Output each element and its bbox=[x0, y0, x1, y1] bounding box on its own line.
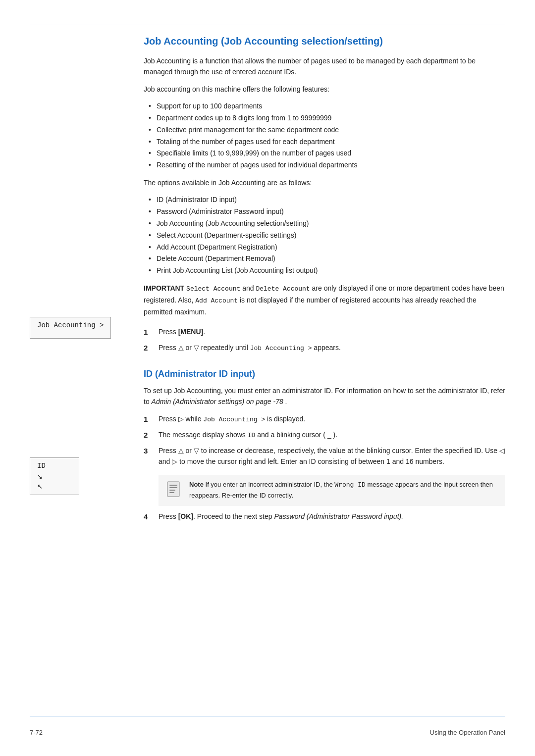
step-2-text: Press △ or ▽ repeatedly until Job Accoun… bbox=[159, 342, 341, 354]
list-item: Add Account (Department Registration) bbox=[149, 242, 505, 253]
step-1: 1 Press [MENU]. bbox=[144, 326, 505, 338]
step-2-num: 2 bbox=[144, 342, 154, 354]
id-step-1: 1 Press ▷ while Job Accounting > is disp… bbox=[144, 413, 505, 425]
page-container: Job Accounting > ID ↘ ↖ Job Accounting (… bbox=[0, 0, 535, 580]
important-label: IMPORTANT bbox=[144, 284, 184, 292]
bottom-rule bbox=[30, 716, 505, 716]
id-step-2: 2 The message display shows ID and a bli… bbox=[144, 429, 505, 441]
lcd-display-box: Job Accounting > bbox=[30, 317, 111, 339]
note-mono: Wrong ID bbox=[334, 481, 365, 489]
list-item: Totaling of the number of pages used for… bbox=[149, 136, 505, 148]
list-item: Specifiable limits (1 to 9,999,999) on t… bbox=[149, 148, 505, 159]
step-2: 2 Press △ or ▽ repeatedly until Job Acco… bbox=[144, 342, 505, 354]
id-step-3-num: 3 bbox=[144, 445, 154, 457]
important-mono-2: Delete Account bbox=[256, 285, 310, 293]
note-text-before: If you enter an incorrect administrator … bbox=[206, 481, 335, 488]
id-step-4-list: 4 Press [OK]. Proceed to the next step P… bbox=[144, 511, 505, 523]
id-intro-text-2: . bbox=[285, 398, 287, 405]
list-item: Support for up to 100 departments bbox=[149, 101, 505, 112]
id-step-4-text: Press [OK]. Proceed to the next step Pas… bbox=[159, 511, 403, 522]
id-display-box: ID ↘ ↖ bbox=[30, 457, 79, 495]
lcd-text: Job Accounting > bbox=[37, 321, 104, 329]
list-item: Job Accounting (Job Accounting selection… bbox=[149, 218, 505, 230]
id-steps: 1 Press ▷ while Job Accounting > is disp… bbox=[144, 413, 505, 467]
page-title: Job Accounting (Job Accounting selection… bbox=[144, 35, 505, 48]
important-block: IMPORTANT Select Account and Delete Acco… bbox=[144, 283, 505, 317]
list-item: Password (Administrator Password input) bbox=[149, 206, 505, 218]
right-column: Job Accounting (Job Accounting selection… bbox=[144, 35, 505, 531]
list-item: Department codes up to 8 digits long fro… bbox=[149, 112, 505, 124]
id-intro-italic: Admin (Administrator settings) on page -… bbox=[152, 398, 283, 405]
important-mono-3: Add Account bbox=[195, 297, 238, 304]
id-step-2-num: 2 bbox=[144, 429, 154, 441]
id-display-text: ID bbox=[37, 462, 72, 470]
arrow-up-icon: ↖ bbox=[37, 482, 43, 491]
id-step-4-num: 4 bbox=[144, 511, 154, 523]
id-step-2-text: The message display shows ID and a blink… bbox=[159, 429, 337, 441]
footer-left: 7-72 bbox=[30, 729, 43, 736]
id-intro: To set up Job Accounting, you must enter… bbox=[144, 385, 505, 407]
top-rule bbox=[30, 24, 505, 24]
note-text: Note If you enter an incorrect administr… bbox=[189, 480, 498, 501]
list-item: Delete Account (Department Removal) bbox=[149, 253, 505, 265]
footer: 7-72 Using the Operation Panel bbox=[30, 729, 505, 736]
note-label: Note bbox=[189, 481, 204, 488]
features-list: Support for up to 100 departments Depart… bbox=[144, 101, 505, 171]
id-step-3: 3 Press △ or ▽ to increase or decrease, … bbox=[144, 445, 505, 467]
intro-paragraph-1: Job Accounting is a function that allows… bbox=[144, 55, 505, 78]
id-step-1-num: 1 bbox=[144, 413, 154, 425]
svg-rect-0 bbox=[167, 482, 179, 497]
list-item: Select Account (Department-specific sett… bbox=[149, 230, 505, 242]
id-step-1-text: Press ▷ while Job Accounting > is displa… bbox=[159, 413, 305, 425]
note-box: Note If you enter an incorrect administr… bbox=[159, 475, 505, 506]
list-item: Print Job Accounting List (Job Accountin… bbox=[149, 265, 505, 277]
arrow-down-icon: ↘ bbox=[37, 472, 43, 481]
svg-rect-4 bbox=[169, 492, 174, 493]
sub-section-title: ID (Administrator ID input) bbox=[144, 369, 505, 379]
important-and: and bbox=[242, 284, 256, 292]
list-item: Collective print management for the same… bbox=[149, 124, 505, 136]
list-item: ID (Administrator ID input) bbox=[149, 194, 505, 206]
step-1-num: 1 bbox=[144, 326, 154, 338]
list-item: Resetting of the number of pages used fo… bbox=[149, 159, 505, 171]
footer-right: Using the Operation Panel bbox=[430, 729, 505, 736]
left-column: Job Accounting > ID ↘ ↖ bbox=[30, 35, 144, 531]
important-mono-1: Select Account bbox=[186, 285, 240, 293]
note-icon bbox=[165, 481, 183, 499]
svg-rect-2 bbox=[169, 487, 177, 488]
svg-rect-1 bbox=[169, 485, 177, 486]
step-1-text: Press [MENU]. bbox=[159, 326, 205, 337]
intro-paragraph-2: Job accounting on this machine offers th… bbox=[144, 84, 505, 95]
main-layout: Job Accounting > ID ↘ ↖ Job Accounting (… bbox=[30, 35, 505, 531]
id-step-4: 4 Press [OK]. Proceed to the next step P… bbox=[144, 511, 505, 523]
main-steps: 1 Press [MENU]. 2 Press △ or ▽ repeatedl… bbox=[144, 326, 505, 354]
svg-rect-3 bbox=[169, 490, 175, 491]
options-intro: The options available in Job Accounting … bbox=[144, 177, 505, 188]
options-list: ID (Administrator ID input) Password (Ad… bbox=[144, 194, 505, 277]
id-arrows: ↘ ↖ bbox=[37, 472, 72, 491]
id-step-3-text: Press △ or ▽ to increase or decrease, re… bbox=[159, 445, 505, 467]
